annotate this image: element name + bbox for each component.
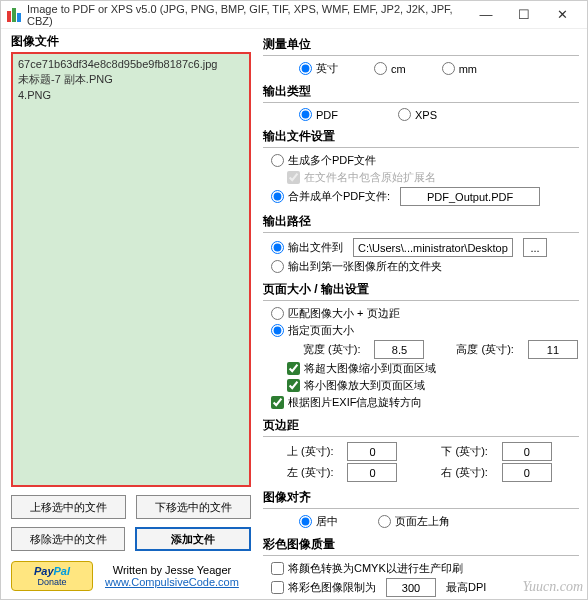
width-label: 宽度 (英寸): (303, 342, 360, 357)
exif-check[interactable]: 根据图片EXIF信息旋转方向 (271, 395, 422, 410)
margin-right-input[interactable] (502, 463, 552, 482)
multi-pdf-radio[interactable]: 生成多个PDF文件 (271, 153, 376, 168)
margin-bottom-input[interactable] (502, 442, 552, 461)
margins-title: 页边距 (263, 414, 579, 435)
svg-rect-0 (7, 11, 11, 22)
dpi-limit-input[interactable] (386, 578, 436, 597)
unit-cm-radio[interactable]: cm (374, 62, 406, 75)
browse-button[interactable]: ... (523, 238, 547, 257)
out-to-folder-radio[interactable]: 输出文件到 (271, 240, 343, 255)
files-label: 图像文件 (11, 33, 251, 50)
credits: Written by Jesse Yeager www.CompulsiveCo… (105, 564, 239, 588)
height-input[interactable] (528, 340, 578, 359)
outtype-pdf-radio[interactable]: PDF (299, 108, 338, 121)
width-input[interactable] (374, 340, 424, 359)
pagesize-title: 页面大小 / 输出设置 (263, 278, 579, 299)
move-down-button[interactable]: 下移选中的文件 (136, 495, 251, 519)
single-pdf-name-input[interactable] (400, 187, 540, 206)
files-listbox[interactable]: 67ce71b63df34e8c8d95be9fb8187c6.jpg 未标题-… (11, 52, 251, 487)
minimize-button[interactable]: — (467, 3, 505, 27)
list-item[interactable]: 未标题-7 副本.PNG (16, 71, 246, 88)
margin-bottom-label: 下 (英寸): (441, 444, 487, 459)
svg-rect-2 (17, 13, 21, 22)
list-item[interactable]: 4.PNG (16, 88, 246, 102)
align-topleft-radio[interactable]: 页面左上角 (378, 514, 450, 529)
website-link[interactable]: www.CompulsiveCode.com (105, 576, 239, 588)
add-files-button[interactable]: 添加文件 (135, 527, 251, 551)
move-up-button[interactable]: 上移选中的文件 (11, 495, 126, 519)
watermark: Yuucn.com (522, 579, 583, 595)
align-title: 图像对齐 (263, 486, 579, 507)
margin-right-label: 右 (英寸): (441, 465, 487, 480)
out-folder-input[interactable] (353, 238, 513, 257)
quality-title: 彩色图像质量 (263, 533, 579, 554)
list-item[interactable]: 67ce71b63df34e8c8d95be9fb8187c6.jpg (16, 57, 246, 71)
window-title: Image to PDF or XPS v5.0 (JPG, PNG, BMP,… (27, 3, 467, 27)
remove-button[interactable]: 移除选中的文件 (11, 527, 125, 551)
close-button[interactable]: ✕ (543, 3, 581, 27)
margin-top-input[interactable] (347, 442, 397, 461)
shrink-check[interactable]: 将超大图像缩小到页面区域 (287, 361, 436, 376)
outtype-xps-radio[interactable]: XPS (398, 108, 437, 121)
app-icon (7, 8, 21, 22)
fixed-size-radio[interactable]: 指定页面大小 (271, 323, 354, 338)
dpi-limit-check[interactable]: 将彩色图像限制为 (271, 580, 376, 595)
paypal-brand: PayPal (34, 565, 70, 577)
match-size-radio[interactable]: 匹配图像大小 + 页边距 (271, 306, 400, 321)
paypal-sub: Donate (37, 577, 66, 587)
maximize-button[interactable]: ☐ (505, 3, 543, 27)
out-to-src-radio[interactable]: 输出到第一张图像所在的文件夹 (271, 259, 442, 274)
unit-mm-radio[interactable]: mm (442, 62, 477, 75)
author-line: Written by Jesse Yeager (105, 564, 239, 576)
height-label: 高度 (英寸): (456, 342, 513, 357)
outpath-title: 输出路径 (263, 210, 579, 231)
outtype-title: 输出类型 (263, 80, 579, 101)
dpi-unit: 最高DPI (446, 580, 486, 595)
filesettings-title: 输出文件设置 (263, 125, 579, 146)
paypal-donate-button[interactable]: PayPal Donate (11, 561, 93, 591)
margin-left-input[interactable] (347, 463, 397, 482)
unit-inch-radio[interactable]: 英寸 (299, 61, 338, 76)
titlebar: Image to PDF or XPS v5.0 (JPG, PNG, BMP,… (1, 1, 587, 29)
cmyk-check[interactable]: 将颜色转换为CMYK以进行生产印刷 (271, 561, 463, 576)
unit-title: 测量单位 (263, 33, 579, 54)
margin-top-label: 上 (英寸): (287, 444, 333, 459)
include-ext-check: 在文件名中包含原始扩展名 (287, 170, 436, 185)
enlarge-check[interactable]: 将小图像放大到页面区域 (287, 378, 425, 393)
margin-left-label: 左 (英寸): (287, 465, 333, 480)
svg-rect-1 (12, 8, 16, 22)
align-center-radio[interactable]: 居中 (299, 514, 338, 529)
single-pdf-radio[interactable]: 合并成单个PDF文件: (271, 189, 390, 204)
